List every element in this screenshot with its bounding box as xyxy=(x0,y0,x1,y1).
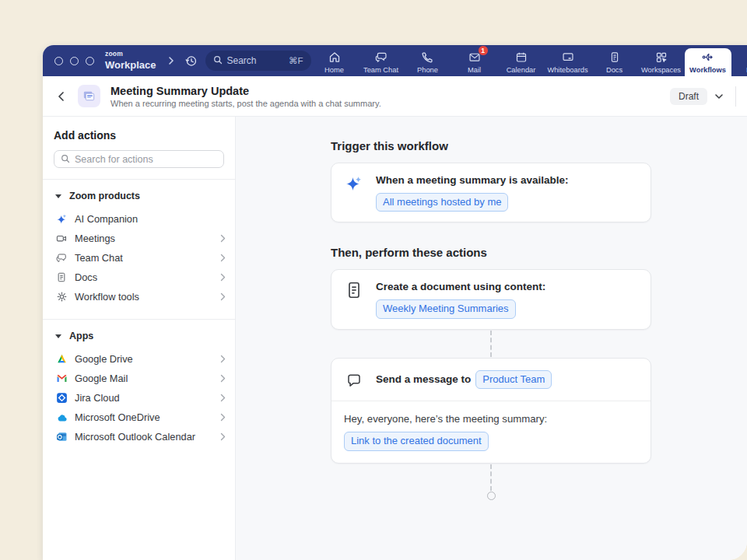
section-zoom-products[interactable]: Zoom products xyxy=(43,180,235,209)
window-control-dot[interactable] xyxy=(54,57,63,65)
ai-sparkle-icon xyxy=(344,173,364,212)
trigger-card[interactable]: When a meeting summary is available: All… xyxy=(331,163,651,222)
add-actions-sidebar: Add actions Zoom products AI Companion xyxy=(43,117,236,560)
home-icon xyxy=(328,51,342,64)
nav-item-team-chat[interactable]: Team Chat xyxy=(358,45,405,76)
trigger-scope-pill[interactable]: All meetings hosted by me xyxy=(376,193,508,212)
window-control-dot[interactable] xyxy=(70,57,79,65)
navbar-left-cluster: zoom Workplace Search ⌘F xyxy=(43,45,311,76)
nav-item-label: Docs xyxy=(606,66,622,74)
status-dropdown-button[interactable] xyxy=(714,93,724,100)
chevron-right-icon xyxy=(220,273,226,282)
window-controls[interactable] xyxy=(54,57,94,65)
status-badge: Draft xyxy=(670,88,707,105)
sidebar-item-meetings[interactable]: Meetings xyxy=(43,229,235,248)
workflow-title: Meeting Summary Update xyxy=(110,85,670,97)
search-icon xyxy=(213,55,223,67)
create-document-content: Create a document using content: Weekly … xyxy=(376,280,545,318)
document-content-pill[interactable]: Weekly Meeting Summaries xyxy=(376,299,516,319)
chevron-right-icon xyxy=(220,432,226,441)
workflows-icon xyxy=(700,51,715,64)
nav-item-label: Mail xyxy=(468,66,481,74)
nav-item-workspaces[interactable]: Workspaces xyxy=(638,45,685,76)
chevron-right-icon xyxy=(220,394,226,402)
window-control-dot[interactable] xyxy=(86,57,94,65)
sidebar-item-label: Microsoft OneDrive xyxy=(75,411,213,423)
recipient-pill[interactable]: Product Team xyxy=(475,370,552,390)
nav-item-mail[interactable]: 1 Mail xyxy=(451,45,498,76)
sidebar-item-ai-companion[interactable]: AI Companion xyxy=(43,209,235,229)
sidebar-item-label: Microsoft Outlook Calendar xyxy=(75,431,213,443)
workflow-header: Meeting Summary Update When a recurring … xyxy=(43,76,747,117)
trigger-section-heading: Trigger this workflow xyxy=(331,139,651,152)
workflow-connector xyxy=(490,464,492,491)
workflow-canvas: Trigger this workflow When a meeting sum… xyxy=(236,117,747,560)
chevron-right-icon xyxy=(220,234,226,243)
sidebar-item-google-mail[interactable]: Google Mail xyxy=(43,369,235,388)
actions-section-heading: Then, perform these actions xyxy=(331,246,651,259)
workflow-subtitle: When a recurring meeting starts, post th… xyxy=(110,99,670,108)
team-chat-icon xyxy=(374,51,388,64)
send-message-content: Send a message toProduct Team xyxy=(376,370,552,390)
sidebar-item-label: Team Chat xyxy=(75,252,213,264)
meetings-icon xyxy=(55,233,68,244)
search-placeholder: Search xyxy=(227,55,284,66)
nav-item-calendar[interactable]: Calendar xyxy=(498,45,545,76)
nav-item-home[interactable]: Home xyxy=(311,45,358,76)
message-body[interactable]: Hey, everyone, here’s the meeting summar… xyxy=(331,401,651,462)
gear-icon xyxy=(55,291,68,303)
chevron-right-icon[interactable] xyxy=(167,56,175,65)
outlook-calendar-icon xyxy=(55,431,68,443)
sidebar-item-google-drive[interactable]: Google Drive xyxy=(43,349,235,369)
calendar-icon xyxy=(514,51,528,64)
docs-icon xyxy=(55,271,68,283)
section-apps[interactable]: Apps xyxy=(43,320,235,349)
speech-bubble-icon xyxy=(344,372,364,388)
sidebar-item-label: AI Companion xyxy=(75,213,226,225)
nav-item-label: Calendar xyxy=(507,66,536,74)
actions-search-input[interactable] xyxy=(75,154,217,165)
sidebar-item-team-chat[interactable]: Team Chat xyxy=(43,248,235,268)
team-chat-icon xyxy=(55,252,68,264)
nav-item-label: Home xyxy=(324,66,344,74)
add-step-endpoint[interactable] xyxy=(487,492,496,500)
nav-item-phone[interactable]: Phone xyxy=(405,45,451,76)
trigger-title: When a meeting summary is available: xyxy=(376,173,569,188)
document-icon xyxy=(344,280,364,318)
sidebar-item-microsoft-onedrive[interactable]: Microsoft OneDrive xyxy=(43,408,235,427)
sidebar-item-microsoft-outlook-calendar[interactable]: Microsoft Outlook Calendar xyxy=(43,427,235,446)
workspaces-icon xyxy=(654,51,668,64)
sidebar-item-label: Google Drive xyxy=(75,353,213,365)
global-search-input[interactable]: Search ⌘F xyxy=(205,51,311,71)
chevron-right-icon xyxy=(220,254,226,262)
sidebar-heading: Add actions xyxy=(54,129,224,142)
send-message-card[interactable]: Send a message toProduct Team Hey, every… xyxy=(331,358,651,464)
sidebar-item-jira-cloud[interactable]: Jira Cloud xyxy=(43,388,235,408)
actions-search-box[interactable] xyxy=(54,150,224,168)
desktop-background: { "colors": { "nav_navy": "#2b3a80", "pa… xyxy=(0,0,747,560)
nav-item-whiteboards[interactable]: Whiteboards xyxy=(545,45,591,76)
google-drive-icon xyxy=(55,353,68,365)
send-message-title: Send a message to xyxy=(376,373,471,385)
workflow-connector xyxy=(490,331,492,357)
search-shortcut: ⌘F xyxy=(289,55,303,66)
nav-item-label: Workflows xyxy=(689,66,726,74)
nav-item-workflows[interactable]: Workflows xyxy=(685,48,731,76)
sidebar-item-label: Jira Cloud xyxy=(75,392,213,404)
sidebar-item-workflow-tools[interactable]: Workflow tools xyxy=(43,287,235,306)
nav-item-docs[interactable]: Docs xyxy=(591,45,638,76)
top-navbar: zoom Workplace Search ⌘F xyxy=(43,45,747,76)
history-icon[interactable] xyxy=(184,54,198,68)
sidebar-item-label: Docs xyxy=(75,271,213,283)
logo-workplace-text: Workplace xyxy=(105,59,156,71)
back-button[interactable] xyxy=(57,91,65,102)
caret-down-icon xyxy=(55,334,61,338)
search-icon xyxy=(61,152,70,166)
onedrive-icon xyxy=(55,413,68,422)
nav-item-more[interactable]: More xyxy=(731,45,747,76)
nav-item-label: Workspaces xyxy=(641,66,681,74)
sidebar-item-docs[interactable]: Docs xyxy=(43,268,235,287)
section-label: Apps xyxy=(69,331,93,341)
document-link-pill[interactable]: Link to the created document xyxy=(344,432,489,451)
create-document-card[interactable]: Create a document using content: Weekly … xyxy=(331,269,651,329)
